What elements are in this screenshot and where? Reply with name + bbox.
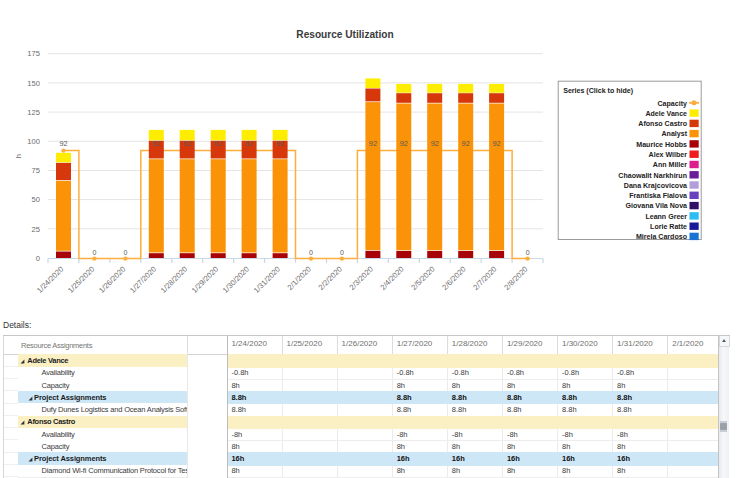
svg-text:92: 92 — [400, 139, 408, 148]
svg-text:125: 125 — [27, 108, 40, 117]
svg-text:2/4/2020: 2/4/2020 — [378, 265, 405, 292]
svg-text:1/30/2020: 1/30/2020 — [221, 265, 251, 295]
svg-text:2/2/2020: 2/2/2020 — [317, 265, 344, 292]
svg-text:Chaowalit Narkhirun: Chaowalit Narkhirun — [618, 171, 687, 180]
svg-text:75: 75 — [32, 166, 40, 175]
svg-text:Alex Wilber: Alex Wilber — [649, 150, 687, 159]
svg-text:Mirela Cardoso: Mirela Cardoso — [636, 232, 687, 241]
svg-text:0: 0 — [526, 249, 530, 256]
svg-text:92: 92 — [431, 139, 439, 148]
svg-text:Analyst: Analyst — [662, 129, 688, 138]
svg-text:Lorie Ratte: Lorie Ratte — [650, 222, 687, 231]
svg-text:92: 92 — [276, 139, 284, 148]
svg-text:150: 150 — [27, 79, 40, 88]
svg-text:92: 92 — [462, 139, 470, 148]
svg-text:50: 50 — [32, 195, 40, 204]
svg-text:1/31/2020: 1/31/2020 — [252, 265, 282, 295]
svg-text:2/3/2020: 2/3/2020 — [348, 265, 375, 292]
svg-text:1/25/2020: 1/25/2020 — [66, 265, 96, 295]
svg-text:Resource Utilization: Resource Utilization — [296, 28, 394, 40]
svg-text:Dana Krajcovicova: Dana Krajcovicova — [624, 181, 688, 190]
svg-text:h: h — [14, 154, 23, 158]
svg-text:92: 92 — [214, 139, 222, 148]
svg-text:Giovana Vila Nova: Giovana Vila Nova — [626, 201, 688, 210]
svg-text:Series (Click to hide): Series (Click to hide) — [563, 86, 633, 95]
svg-text:0: 0 — [92, 249, 96, 256]
svg-text:92: 92 — [183, 139, 191, 148]
svg-text:2/6/2020: 2/6/2020 — [440, 265, 467, 292]
svg-text:100: 100 — [27, 137, 40, 146]
svg-text:92: 92 — [59, 139, 67, 148]
svg-text:92: 92 — [492, 139, 500, 148]
svg-text:2/5/2020: 2/5/2020 — [409, 265, 436, 292]
svg-text:Adele Vance: Adele Vance — [645, 109, 687, 118]
svg-text:Ann Miller: Ann Miller — [653, 160, 687, 169]
svg-text:92: 92 — [245, 139, 253, 148]
svg-text:2/1/2020: 2/1/2020 — [286, 265, 313, 292]
svg-text:1/26/2020: 1/26/2020 — [97, 265, 127, 295]
svg-text:1/29/2020: 1/29/2020 — [190, 265, 220, 295]
svg-text:92: 92 — [152, 139, 160, 148]
svg-text:Afonso Castro: Afonso Castro — [638, 119, 687, 128]
svg-text:Frantiska Fialova: Frantiska Fialova — [629, 191, 687, 200]
svg-text:0: 0 — [36, 254, 40, 263]
svg-text:92: 92 — [369, 139, 377, 148]
svg-text:1/24/2020: 1/24/2020 — [35, 265, 65, 295]
svg-text:175: 175 — [27, 49, 40, 58]
svg-text:Capacity: Capacity — [658, 99, 688, 108]
svg-text:2/8/2020: 2/8/2020 — [502, 265, 529, 292]
svg-text:1/28/2020: 1/28/2020 — [159, 265, 189, 295]
svg-text:Maurice Hobbs: Maurice Hobbs — [636, 140, 687, 149]
svg-text:Leann Greer: Leann Greer — [645, 212, 687, 221]
svg-text:0: 0 — [340, 249, 344, 256]
svg-text:0: 0 — [123, 249, 127, 256]
svg-text:0: 0 — [309, 249, 313, 256]
svg-text:2/7/2020: 2/7/2020 — [471, 265, 498, 292]
svg-text:1/27/2020: 1/27/2020 — [128, 265, 158, 295]
svg-text:25: 25 — [32, 225, 40, 234]
